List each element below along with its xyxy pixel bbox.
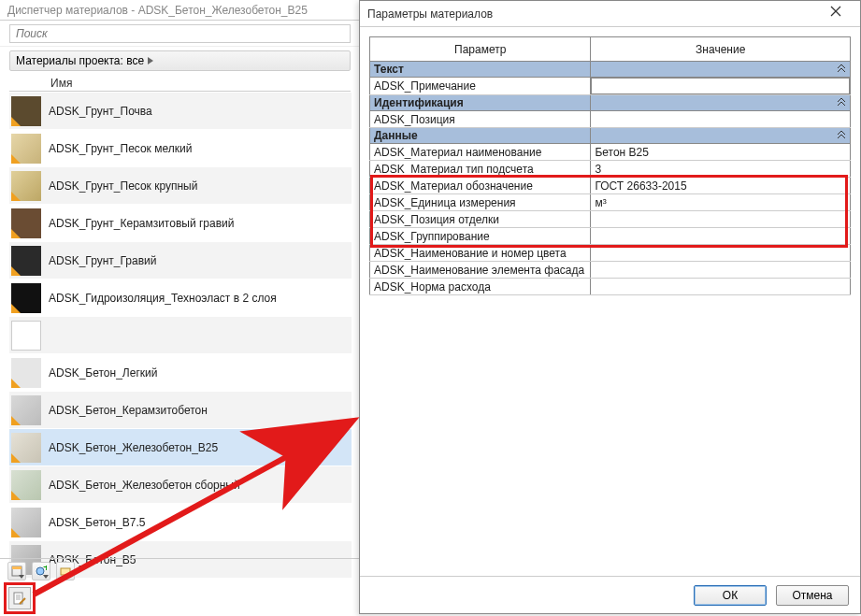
param-row[interactable]: ADSK_Позиция отделки bbox=[370, 211, 851, 228]
warning-corner-icon bbox=[11, 192, 21, 201]
material-thumbnail bbox=[11, 358, 41, 388]
section-title: Идентификация bbox=[370, 95, 591, 111]
material-row[interactable]: ADSK_Грунт_Гравий bbox=[9, 241, 352, 279]
param-value-cell[interactable]: м³ bbox=[591, 194, 851, 211]
add-material-button[interactable]: + bbox=[32, 562, 50, 580]
chevron-right-icon bbox=[148, 57, 153, 64]
param-section-header[interactable]: Данные bbox=[370, 128, 851, 144]
param-value-cell[interactable]: 3 bbox=[591, 161, 851, 178]
material-row[interactable]: ADSK_Грунт_Керамзитовый гравий bbox=[9, 204, 352, 241]
param-row[interactable]: ADSK_Позиция bbox=[370, 111, 851, 128]
column-header-value[interactable]: Значение bbox=[591, 37, 851, 62]
param-value-cell[interactable] bbox=[591, 111, 851, 128]
param-name: ADSK_Материал тип подсчета bbox=[370, 161, 591, 178]
material-thumbnail bbox=[11, 134, 41, 164]
view-options-button[interactable] bbox=[7, 562, 26, 580]
column-header-param[interactable]: Параметр bbox=[370, 37, 591, 62]
chevron-down-icon bbox=[43, 575, 49, 579]
dialog-title: Параметры материалов bbox=[367, 7, 819, 21]
param-value-cell[interactable] bbox=[591, 228, 851, 245]
material-label: ADSK_Грунт_Песок крупный bbox=[49, 179, 352, 193]
material-row[interactable]: ADSK_Бетон_Керамзитобетон bbox=[9, 391, 352, 428]
collapse-icon[interactable] bbox=[591, 62, 851, 78]
param-name: ADSK_Материал обозначение bbox=[370, 178, 591, 194]
material-row[interactable]: ADSK_Грунт_Песок крупный bbox=[9, 166, 352, 204]
search-input[interactable] bbox=[9, 24, 351, 43]
material-row[interactable] bbox=[9, 316, 352, 353]
material-row[interactable]: ADSK_Бетон_Легкий bbox=[9, 353, 352, 391]
param-row[interactable]: ADSK_Материал наименованиеБетон В25 bbox=[370, 144, 851, 161]
material-label: ADSK_Бетон_Железобетон сборный bbox=[49, 479, 352, 492]
material-label: ADSK_Бетон_В7.5 bbox=[49, 516, 352, 529]
param-row[interactable]: ADSK_Наименование и номер цвета bbox=[370, 245, 851, 262]
param-section-header[interactable]: Идентификация bbox=[370, 95, 851, 111]
warning-corner-icon bbox=[11, 154, 21, 164]
document-pencil-icon bbox=[12, 591, 27, 606]
collapse-icon[interactable] bbox=[591, 95, 851, 111]
param-row[interactable]: ADSK_Материал тип подсчета3 bbox=[370, 161, 851, 178]
material-thumbnail bbox=[11, 283, 41, 313]
material-row[interactable]: ADSK_Бетон_Железобетон сборный bbox=[9, 466, 352, 503]
dialog-titlebar[interactable]: Параметры материалов bbox=[360, 1, 860, 27]
param-name: ADSK_Наименование элемента фасада bbox=[370, 262, 591, 279]
material-row[interactable]: ADSK_Грунт_Песок мелкий bbox=[9, 129, 352, 166]
param-row[interactable]: ADSK_Материал обозначениеГОСТ 26633-2015 bbox=[370, 178, 851, 194]
param-name: ADSK_Материал наименование bbox=[370, 144, 591, 161]
param-value-cell[interactable] bbox=[591, 262, 851, 279]
material-row[interactable]: ADSK_Грунт_Почва bbox=[9, 92, 352, 129]
svg-text:+: + bbox=[43, 566, 47, 574]
column-header-name[interactable]: Имя bbox=[9, 75, 351, 92]
cancel-button[interactable]: Отмена bbox=[776, 585, 849, 606]
param-row[interactable]: ADSK_Примечание bbox=[370, 78, 851, 95]
material-row[interactable]: ADSK_Бетон_В7.5 bbox=[9, 503, 352, 540]
highlighted-code-button bbox=[4, 582, 36, 614]
material-thumbnail bbox=[11, 395, 41, 425]
material-thumbnail bbox=[11, 246, 41, 276]
collapse-icon[interactable] bbox=[591, 128, 851, 144]
material-thumbnail bbox=[11, 470, 41, 500]
param-value-cell[interactable]: Бетон В25 bbox=[591, 144, 851, 161]
param-row[interactable]: ADSK_Норма расхода bbox=[370, 279, 851, 295]
open-custom-params-button[interactable] bbox=[8, 587, 31, 609]
param-value-cell[interactable] bbox=[591, 279, 851, 295]
param-value-cell[interactable] bbox=[591, 245, 851, 262]
param-name: ADSK_Позиция отделки bbox=[370, 211, 591, 228]
warning-corner-icon bbox=[11, 304, 21, 313]
ok-button[interactable]: ОК bbox=[694, 585, 767, 606]
param-section-header[interactable]: Текст bbox=[370, 62, 851, 78]
close-icon bbox=[830, 6, 841, 17]
material-row[interactable]: ADSK_Гидроизоляция_Техноэласт в 2 слоя bbox=[9, 279, 352, 316]
material-label: ADSK_Гидроизоляция_Техноэласт в 2 слоя bbox=[49, 292, 352, 305]
library-toggle-button[interactable] bbox=[56, 562, 75, 580]
warning-corner-icon bbox=[11, 229, 21, 238]
param-value-input[interactable] bbox=[591, 78, 850, 94]
param-value-cell[interactable] bbox=[591, 211, 851, 228]
param-value-cell[interactable] bbox=[591, 78, 851, 95]
warning-corner-icon bbox=[11, 528, 21, 537]
filter-label: Материалы проекта: все bbox=[16, 54, 144, 67]
material-params-dialog: Параметры материалов Параметр Значение Т… bbox=[359, 0, 861, 614]
material-label: ADSK_Грунт_Песок мелкий bbox=[49, 142, 352, 155]
dialog-footer: ОК Отмена bbox=[360, 576, 860, 613]
project-materials-filter[interactable]: Материалы проекта: все bbox=[9, 50, 351, 71]
param-name: ADSK_Группирование bbox=[370, 228, 591, 245]
material-thumbnail bbox=[11, 208, 41, 238]
material-list[interactable]: ADSK_Грунт_ПочваADSK_Грунт_Песок мелкийA… bbox=[9, 92, 352, 578]
param-row[interactable]: ADSK_Наименование элемента фасада bbox=[370, 262, 851, 279]
folder-icon bbox=[60, 566, 71, 577]
material-label: ADSK_Бетон_Керамзитобетон bbox=[49, 404, 352, 417]
section-title: Текст bbox=[370, 62, 591, 78]
svg-rect-4 bbox=[61, 568, 70, 575]
param-row[interactable]: ADSK_Единица измерениям³ bbox=[370, 194, 851, 211]
param-name: ADSK_Позиция bbox=[370, 111, 591, 128]
param-table[interactable]: Параметр Значение ТекстADSK_ПримечаниеИд… bbox=[369, 36, 851, 295]
material-row[interactable]: ADSK_Бетон_Железобетон_В25 bbox=[9, 428, 352, 466]
material-thumbnail bbox=[11, 433, 41, 463]
material-label: ADSK_Грунт_Керамзитовый гравий bbox=[49, 217, 352, 230]
param-name: ADSK_Единица измерения bbox=[370, 194, 591, 211]
param-value-cell[interactable]: ГОСТ 26633-2015 bbox=[591, 178, 851, 194]
browser-toolbar: + bbox=[0, 558, 359, 582]
warning-corner-icon bbox=[11, 491, 21, 500]
param-row[interactable]: ADSK_Группирование bbox=[370, 228, 851, 245]
close-button[interactable] bbox=[819, 5, 853, 23]
